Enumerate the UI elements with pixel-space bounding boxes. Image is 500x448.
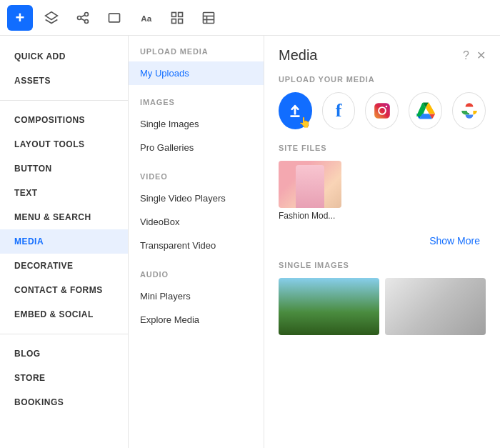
pages-icon xyxy=(107,11,121,25)
pages-button[interactable] xyxy=(101,5,127,31)
sidebar-item-decorative[interactable]: DECORATIVE xyxy=(0,254,128,278)
table-button[interactable] xyxy=(196,5,221,31)
fashion-file-label: Fashion Mod... xyxy=(279,211,341,221)
sidebar-item-embed-social[interactable]: EMBED & SOCIAL xyxy=(0,302,128,327)
cursor-icon: 👆 xyxy=(299,116,311,128)
header-actions: ? ✕ xyxy=(463,49,486,62)
abstract-image-thumb[interactable] xyxy=(385,278,486,335)
middle-item-transparent-video[interactable]: Transparent Video xyxy=(129,234,264,257)
svg-text:Aa: Aa xyxy=(141,14,151,23)
sidebar-item-blog[interactable]: BLOG xyxy=(0,342,128,366)
svg-marker-0 xyxy=(46,11,58,19)
sidebar-item-contact-forms[interactable]: CONTACT & FORMS xyxy=(0,278,128,302)
upload-media-label: Upload Your Media xyxy=(279,75,486,84)
middle-item-explore-media[interactable]: Explore Media xyxy=(129,308,264,332)
middle-item-videobox[interactable]: VideoBox xyxy=(129,210,264,234)
single-images-label: Single Images xyxy=(279,261,486,269)
upload-photos-button[interactable] xyxy=(452,92,486,129)
help-button[interactable]: ? xyxy=(463,49,469,62)
upload-icons-row: 👆 f xyxy=(279,92,486,129)
svg-rect-12 xyxy=(204,12,214,23)
connections-icon xyxy=(76,11,90,25)
panel-title: Media xyxy=(279,47,317,64)
sidebar-item-text[interactable]: TEXT xyxy=(0,181,128,205)
drive-icon xyxy=(416,101,435,120)
text-style-button[interactable]: Aa xyxy=(133,5,159,31)
sidebar-item-assets[interactable]: ASSETS xyxy=(0,69,128,93)
right-panel: Media ? ✕ Upload Your Media 👆 f xyxy=(264,36,500,448)
file-thumb-fashion[interactable]: Fashion Mod... xyxy=(279,161,341,221)
sidebar-item-compositions[interactable]: COMPOSITIONS xyxy=(0,108,128,132)
layers-icon xyxy=(44,11,59,25)
middle-item-single-video-players[interactable]: Single Video Players xyxy=(129,186,264,210)
site-files-section: Site Files Fashion Mod... xyxy=(279,144,486,221)
sidebar-divider-2 xyxy=(0,334,128,334)
grid-button[interactable] xyxy=(164,5,190,31)
middle-panel: Upload Media My Uploads Images Single Im… xyxy=(129,36,264,448)
main-area: QUICK ADD ASSETS COMPOSITIONS LAYOUT TOO… xyxy=(0,36,500,448)
close-button[interactable]: ✕ xyxy=(476,49,486,62)
show-more-container: Show More xyxy=(279,232,486,249)
svg-point-21 xyxy=(466,109,471,114)
svg-rect-9 xyxy=(179,12,183,16)
plus-icon: + xyxy=(16,9,25,27)
svg-point-3 xyxy=(85,19,89,23)
svg-line-5 xyxy=(81,19,85,21)
sidebar-item-media[interactable]: MEDIA xyxy=(0,229,128,254)
single-images-grid xyxy=(279,278,486,335)
middle-item-mini-players[interactable]: Mini Players xyxy=(129,284,264,308)
upload-instagram-button[interactable] xyxy=(365,92,399,129)
connections-button[interactable] xyxy=(70,5,96,31)
sidebar: QUICK ADD ASSETS COMPOSITIONS LAYOUT TOO… xyxy=(0,36,129,448)
table-icon xyxy=(201,11,216,25)
sidebar-item-quick-add[interactable]: QUICK ADD xyxy=(0,44,128,69)
sidebar-item-button[interactable]: BUTTON xyxy=(0,156,128,181)
svg-point-1 xyxy=(78,16,81,19)
svg-point-2 xyxy=(85,12,89,16)
instagram-icon xyxy=(373,101,391,120)
sidebar-item-menu-search[interactable]: MENU & SEARCH xyxy=(0,205,128,229)
sidebar-divider-1 xyxy=(0,100,128,101)
svg-rect-18 xyxy=(374,103,390,119)
grid-icon xyxy=(170,11,184,25)
site-files-grid: Fashion Mod... xyxy=(279,161,486,221)
section-title-audio: Audio xyxy=(129,270,264,284)
middle-item-single-images[interactable]: Single Images xyxy=(129,112,264,136)
svg-line-4 xyxy=(81,15,85,17)
middle-item-pro-galleries[interactable]: Pro Galleries xyxy=(129,136,264,159)
sidebar-item-bookings[interactable]: BOOKINGS xyxy=(0,390,128,414)
upload-device-button[interactable]: 👆 xyxy=(279,92,312,129)
fashion-thumbnail xyxy=(279,161,341,208)
sidebar-item-store[interactable]: STORE xyxy=(0,366,128,390)
toolbar: + Aa xyxy=(0,0,500,36)
show-more-button[interactable]: Show More xyxy=(424,232,486,249)
section-title-video: Video xyxy=(129,172,264,186)
right-panel-header: Media ? ✕ xyxy=(279,47,486,64)
svg-rect-8 xyxy=(172,12,176,16)
svg-rect-11 xyxy=(179,19,183,23)
sidebar-item-layout-tools[interactable]: LAYOUT TOOLS xyxy=(0,132,128,156)
mountain-image-thumb[interactable] xyxy=(279,278,379,335)
svg-rect-6 xyxy=(109,14,120,22)
photos-icon xyxy=(460,101,479,120)
quick-add-button[interactable]: + xyxy=(7,5,33,31)
section-title-images: Images xyxy=(129,98,264,112)
svg-rect-10 xyxy=(172,19,176,23)
layers-button[interactable] xyxy=(39,5,64,31)
section-title-upload-media: Upload Media xyxy=(129,47,264,61)
site-files-label: Site Files xyxy=(279,144,486,152)
text-icon: Aa xyxy=(139,11,153,25)
fashion-figure xyxy=(296,165,324,208)
svg-point-20 xyxy=(386,106,388,108)
upload-facebook-button[interactable]: f xyxy=(322,92,356,129)
upload-drive-button[interactable] xyxy=(409,92,442,129)
middle-item-my-uploads[interactable]: My Uploads xyxy=(129,61,264,85)
